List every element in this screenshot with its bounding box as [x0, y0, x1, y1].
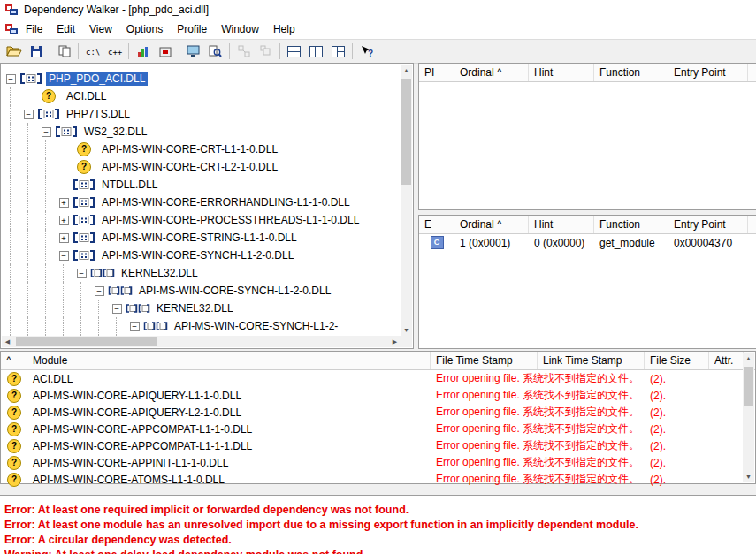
tree-expander[interactable]: −: [73, 269, 90, 278]
column-header-entry-point[interactable]: Entry Point: [668, 216, 748, 233]
tree-item-label[interactable]: API-MS-WIN-CORE-SYNCH-L1-2-: [172, 319, 340, 333]
tree-item[interactable]: −PHP_PDO_ACI.DLL: [2, 70, 401, 87]
tree-item[interactable]: −API-MS-WIN-CORE-SYNCH-L1-2-0.DLL: [2, 282, 401, 300]
menu-profile[interactable]: Profile: [170, 20, 214, 38]
column-header-entry-point[interactable]: Entry Point: [668, 64, 748, 81]
module-row[interactable]: ?API-MS-WIN-CORE-APIQUERY-L2-1-0.DLLErro…: [1, 404, 755, 421]
menu-view[interactable]: View: [82, 20, 119, 38]
system-info-button[interactable]: [182, 42, 204, 61]
tree-vertical-scrollbar[interactable]: ▲ ▼: [401, 65, 412, 336]
column-header-function[interactable]: Function: [594, 64, 668, 81]
module-row[interactable]: ?API-MS-WIN-CORE-APIQUERY-L1-1-0.DLLErro…: [1, 387, 755, 404]
search-button[interactable]: [204, 42, 226, 61]
tree-item[interactable]: −PHP7TS.DLL: [2, 105, 401, 123]
module-row[interactable]: ?API-MS-WIN-CORE-APPCOMPAT-L1-1-0.DLLErr…: [1, 421, 755, 437]
profile-chart-icon: [137, 45, 149, 57]
tree-expander[interactable]: −: [108, 304, 126, 314]
module-row[interactable]: ?API-MS-WIN-CORE-APPINIT-L1-1-0.DLLError…: [1, 454, 755, 471]
column-header-hint[interactable]: Hint: [529, 64, 594, 81]
tree-item-label[interactable]: PHP7TS.DLL: [64, 107, 133, 121]
column-header-module[interactable]: Module: [27, 352, 431, 369]
tree-item[interactable]: ?API-MS-WIN-CORE-CRT-L2-1-0.DLL: [2, 158, 401, 176]
scroll-left-button[interactable]: ◀: [2, 336, 13, 347]
menu-options[interactable]: Options: [119, 20, 170, 38]
undecorate-cpp-button[interactable]: c++: [103, 42, 126, 61]
column-header-file-time-stamp[interactable]: File Time Stamp: [431, 352, 538, 369]
tree-item[interactable]: −KERNEL32.DLL: [2, 300, 401, 317]
tree-item-label[interactable]: API-MS-WIN-CORE-SYNCH-L1-2-0.DLL: [136, 284, 333, 298]
tree-item-label[interactable]: API-MS-WIN-CORE-STRING-L1-1-0.DLL: [99, 231, 300, 245]
tree-guide: [19, 176, 37, 194]
module-row[interactable]: ?ACI.DLLError opening file. 系统找不到指定的文件。(…: [1, 370, 755, 387]
scrollbar-thumb[interactable]: [16, 337, 157, 346]
save-button[interactable]: [25, 42, 47, 61]
export-row[interactable]: C1 (0x0001)0 (0x0000)get_module0x0000437…: [419, 234, 756, 251]
tree-item[interactable]: −API-MS-WIN-CORE-SYNCH-L1-2-: [2, 317, 401, 335]
tree-item-label[interactable]: API-MS-WIN-CORE-CRT-L2-1-0.DLL: [99, 160, 280, 174]
tree-item-label[interactable]: API-MS-WIN-CORE-SYNCH-L1-2-0.DLL: [99, 248, 296, 262]
tree-item-label[interactable]: API-MS-WIN-CORE-PROCESSTHREADS-L1-1-0.DL…: [99, 213, 362, 227]
scroll-down-button[interactable]: ▼: [743, 471, 754, 482]
tree-expander[interactable]: +: [55, 198, 73, 208]
tree-item[interactable]: −KERNEL32.DLL: [2, 264, 401, 282]
column-header-attr[interactable]: Attr.: [709, 352, 744, 369]
tree-item-label[interactable]: NTDLL.DLL: [99, 178, 160, 192]
modules-vertical-scrollbar[interactable]: ▲ ▼: [743, 353, 754, 482]
tree-item-label[interactable]: PHP_PDO_ACI.DLL: [46, 72, 148, 86]
menu-window[interactable]: Window: [214, 20, 266, 38]
tree-item-label[interactable]: KERNEL32.DLL: [118, 266, 201, 280]
column-header-sort[interactable]: ^: [1, 352, 27, 369]
tree-expander[interactable]: +: [55, 233, 73, 243]
module-row[interactable]: ?API-MS-WIN-CORE-ATOMS-L1-1-0.DLLError o…: [1, 471, 755, 488]
tree-item[interactable]: −API-MS-WIN-CORE-SYNCH-L1-2-0.DLL: [2, 247, 401, 264]
column-header-link-time-stamp[interactable]: Link Time Stamp: [538, 352, 645, 369]
tree-item-label[interactable]: WS2_32.DLL: [81, 125, 149, 139]
column-header-e[interactable]: E: [419, 216, 454, 233]
column-header-pi[interactable]: PI: [419, 64, 454, 81]
column-header-ordinal[interactable]: Ordinal ^: [454, 64, 529, 81]
tree-expander[interactable]: −: [2, 74, 19, 84]
menu-file[interactable]: File: [19, 20, 50, 38]
column-header-ordinal[interactable]: Ordinal ^: [454, 216, 529, 233]
tree-item-label[interactable]: ACI.DLL: [64, 89, 109, 103]
tree-item[interactable]: ?ACI.DLL: [2, 87, 401, 105]
view-split-vertical-button[interactable]: [305, 42, 327, 61]
scroll-right-button[interactable]: ▶: [389, 336, 401, 347]
module-row[interactable]: ?API-MS-WIN-CORE-APPCOMPAT-L1-1-1.DLLErr…: [1, 437, 755, 454]
menu-edit[interactable]: Edit: [50, 20, 82, 38]
scrollbar-thumb[interactable]: [401, 79, 411, 185]
view-split-horizontal-button[interactable]: [283, 42, 305, 61]
scroll-up-button[interactable]: ▲: [401, 65, 412, 76]
tree-expander[interactable]: −: [37, 127, 55, 137]
view-grid-button[interactable]: [327, 42, 349, 61]
tree-item[interactable]: +API-MS-WIN-CORE-ERRORHANDLING-L1-1-0.DL…: [2, 194, 401, 211]
context-help-button[interactable]: ?: [355, 42, 378, 61]
profile-start-button[interactable]: [132, 42, 154, 61]
tree-item-label[interactable]: API-MS-WIN-CORE-ERRORHANDLING-L1-1-0.DLL: [99, 195, 353, 209]
column-header-file-size[interactable]: File Size: [645, 352, 709, 369]
tree-expander[interactable]: −: [126, 322, 143, 331]
tree-item[interactable]: ?API-MS-WIN-CORE-CRT-L1-1-0.DLL: [2, 140, 401, 158]
tree-item[interactable]: +API-MS-WIN-CORE-PROCESSTHREADS-L1-1-0.D…: [2, 211, 401, 229]
module-error-text: Error opening file. 系统找不到指定的文件。: [431, 371, 645, 386]
full-paths-button[interactable]: c:\: [81, 42, 103, 61]
column-header-function[interactable]: Function: [594, 216, 668, 233]
scrollbar-thumb[interactable]: [744, 367, 753, 406]
tree-item-label[interactable]: KERNEL32.DLL: [154, 301, 236, 315]
tree-item-label[interactable]: API-MS-WIN-CORE-CRT-L1-1-0.DLL: [99, 142, 280, 156]
tree-horizontal-scrollbar[interactable]: ◀ ▶: [2, 336, 401, 347]
tree-item[interactable]: +API-MS-WIN-CORE-STRING-L1-1-0.DLL: [2, 229, 401, 247]
tree-expander[interactable]: −: [90, 286, 108, 296]
tree-expander[interactable]: −: [19, 110, 37, 119]
tree-item[interactable]: NTDLL.DLL: [2, 176, 401, 194]
scroll-up-button[interactable]: ▲: [743, 353, 754, 364]
scroll-down-button[interactable]: ▼: [401, 324, 412, 336]
tree-item[interactable]: −WS2_32.DLL: [2, 123, 401, 140]
tree-expander[interactable]: +: [55, 216, 73, 225]
menu-help[interactable]: Help: [266, 20, 302, 38]
open-button[interactable]: [3, 42, 25, 61]
profile-stop-button[interactable]: [154, 42, 176, 61]
column-header-hint[interactable]: Hint: [529, 216, 594, 233]
copy-button[interactable]: [53, 42, 75, 61]
tree-expander[interactable]: −: [55, 251, 73, 261]
